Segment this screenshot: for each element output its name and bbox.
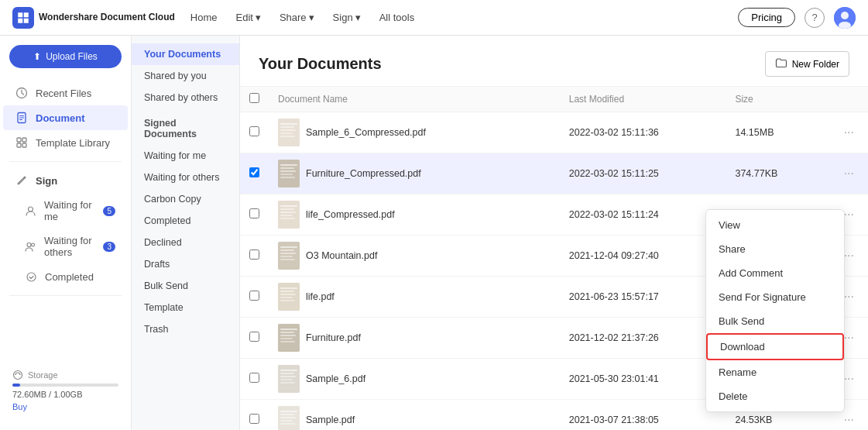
grid-icon xyxy=(15,136,28,149)
logo-icon xyxy=(12,7,34,29)
file-modified-date: 2021-06-23 15:57:17 xyxy=(560,277,726,318)
content-sidebar-signed-documents[interactable]: Signed Documents xyxy=(132,108,239,145)
content-sidebar-trash[interactable]: Trash xyxy=(132,318,239,340)
file-more-button[interactable]: ··· xyxy=(839,411,859,428)
svg-rect-60 xyxy=(280,420,293,421)
context-menu-view[interactable]: View xyxy=(706,213,844,237)
row-checkbox[interactable] xyxy=(249,373,259,383)
help-icon[interactable]: ? xyxy=(805,8,825,28)
nav-alltools[interactable]: All tools xyxy=(379,12,415,23)
content-sidebar-bulk-send[interactable]: Bulk Send xyxy=(132,275,239,297)
storage-section: Storage 72.60MB / 1.00GB Buy xyxy=(0,360,131,421)
sidebar-item-waiting-for-me[interactable]: Waiting for me 5 xyxy=(3,193,128,229)
file-thumbnail xyxy=(278,160,300,187)
svg-rect-24 xyxy=(280,174,293,175)
pricing-button[interactable]: Pricing xyxy=(738,8,795,27)
file-thumbnail xyxy=(278,324,300,352)
select-all-checkbox[interactable] xyxy=(249,93,259,103)
file-more-button[interactable]: ··· xyxy=(839,124,859,140)
context-menu-add-comment[interactable]: Add Comment xyxy=(706,261,844,285)
sidebar-item-waiting-for-others[interactable]: Waiting for others 3 xyxy=(3,229,128,264)
content-sidebar-shared-by-others[interactable]: Shared by others xyxy=(132,87,239,108)
app-name: Wondershare Document Cloud xyxy=(39,12,175,22)
content-sidebar-waiting-me2[interactable]: Waiting for me xyxy=(132,145,239,167)
svg-rect-6 xyxy=(22,138,26,142)
context-menu-rename[interactable]: Rename xyxy=(706,360,844,384)
sidebar-item-document[interactable]: Document xyxy=(3,105,128,130)
svg-rect-25 xyxy=(280,177,295,178)
main-header: Your Documents New Folder xyxy=(240,36,868,87)
sidebar-item-completed[interactable]: Completed xyxy=(3,264,128,289)
svg-rect-37 xyxy=(280,259,295,260)
row-checkbox[interactable] xyxy=(249,208,259,218)
svg-rect-30 xyxy=(280,215,293,216)
waiting-for-others-badge: 3 xyxy=(103,242,115,252)
svg-rect-19 xyxy=(280,136,295,137)
svg-rect-8 xyxy=(22,143,26,147)
context-menu-download[interactable]: Download xyxy=(706,333,844,360)
file-name-text: life.pdf xyxy=(306,291,335,302)
file-modified-date: 2022-03-02 15:11:24 xyxy=(560,194,726,236)
svg-rect-55 xyxy=(280,382,295,384)
file-more-button[interactable]: ··· xyxy=(839,165,859,181)
nav-sign[interactable]: Sign ▾ xyxy=(333,12,361,23)
row-checkbox-cell xyxy=(240,112,269,153)
row-checkbox[interactable] xyxy=(249,291,259,301)
row-checkbox-cell xyxy=(240,400,269,431)
sidebar-section-sign[interactable]: Sign xyxy=(3,168,128,193)
document-name-header: Document Name xyxy=(269,87,560,112)
new-folder-button[interactable]: New Folder xyxy=(765,51,849,77)
check-circle-icon xyxy=(25,270,37,283)
content-sidebar-shared-by-you[interactable]: Shared by you xyxy=(132,65,239,87)
file-modified-date: 2021-12-02 21:37:26 xyxy=(560,318,726,359)
buy-button[interactable]: Buy xyxy=(12,402,118,411)
file-thumbnail xyxy=(278,119,300,146)
svg-rect-57 xyxy=(280,411,297,412)
user-icon xyxy=(25,205,36,217)
avatar[interactable] xyxy=(834,7,856,29)
context-menu-send-signature[interactable]: Send For Signature xyxy=(706,285,844,309)
chevron-down-icon: ▾ xyxy=(256,12,261,23)
sidebar-item-template-library[interactable]: Template Library xyxy=(3,130,128,155)
action-header xyxy=(830,87,868,112)
row-checkbox[interactable] xyxy=(249,332,259,342)
nav-home[interactable]: Home xyxy=(190,12,218,23)
file-name-text: Sample_6.pdf xyxy=(306,373,365,384)
svg-rect-51 xyxy=(280,370,297,371)
content-sidebar-your-documents[interactable]: Your Documents xyxy=(132,43,239,65)
svg-rect-48 xyxy=(280,338,293,339)
nav-actions: Pricing ? xyxy=(738,7,856,29)
content-sidebar-carbon-copy[interactable]: Carbon Copy xyxy=(132,188,239,210)
content-sidebar-completed2[interactable]: Completed xyxy=(132,210,239,232)
page-title: Your Documents xyxy=(259,55,382,73)
row-checkbox[interactable] xyxy=(249,126,259,136)
context-menu-bulk-send[interactable]: Bulk Send xyxy=(706,309,844,333)
context-menu-delete[interactable]: Delete xyxy=(706,384,844,408)
svg-rect-5 xyxy=(17,138,21,142)
clock-icon xyxy=(15,87,28,99)
row-checkbox[interactable] xyxy=(249,414,259,424)
nav-share[interactable]: Share ▾ xyxy=(280,12,314,23)
svg-rect-47 xyxy=(280,335,296,336)
divider xyxy=(9,161,122,162)
upload-files-button[interactable]: ⬆ Upload Files xyxy=(9,45,122,68)
content-sidebar-drafts[interactable]: Drafts xyxy=(132,253,239,275)
context-menu-share[interactable]: Share xyxy=(706,237,844,261)
row-checkbox[interactable] xyxy=(249,249,259,260)
main-content: Your Documents New Folder Document Name … xyxy=(240,36,868,430)
top-navigation: Wondershare Document Cloud Home Edit ▾ S… xyxy=(0,0,868,36)
svg-rect-39 xyxy=(280,287,297,289)
svg-rect-45 xyxy=(280,329,297,330)
content-sidebar-waiting-others2[interactable]: Waiting for others xyxy=(132,167,239,188)
svg-rect-7 xyxy=(17,143,21,147)
file-name-text: Sample_6_Compressed.pdf xyxy=(306,127,426,138)
sidebar-item-recent[interactable]: Recent Files xyxy=(3,81,128,105)
file-size: 374.77KB xyxy=(726,153,829,194)
content-sidebar-declined[interactable]: Declined xyxy=(132,232,239,253)
row-checkbox[interactable] xyxy=(249,167,259,177)
content-sidebar-template[interactable]: Template xyxy=(132,297,239,318)
file-modified-date: 2021-03-07 21:38:05 xyxy=(560,400,726,431)
nav-edit[interactable]: Edit ▾ xyxy=(235,12,260,23)
svg-rect-53 xyxy=(280,376,296,377)
file-thumbnail xyxy=(278,283,300,311)
